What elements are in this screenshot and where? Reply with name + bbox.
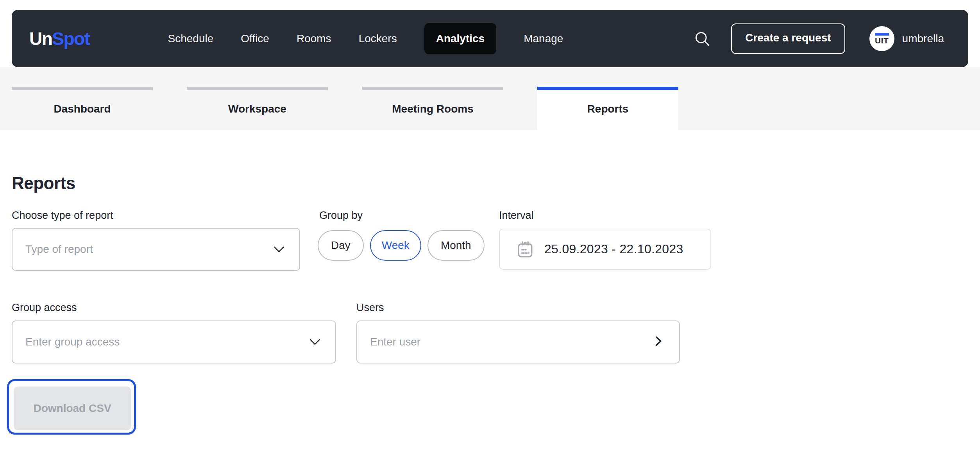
main-nav-menu: Schedule Office Rooms Lockers Analytics …: [168, 23, 563, 54]
nav-item-manage[interactable]: Manage: [524, 32, 563, 45]
group-by-label: Group by: [319, 209, 363, 222]
users-label: Users: [356, 302, 384, 314]
group-access-select[interactable]: [12, 320, 336, 363]
top-navbar: UnSpot Schedule Office Rooms Lockers Ana…: [12, 10, 968, 67]
report-type-select[interactable]: [12, 228, 300, 271]
analytics-tabstrip: Dashboard Workspace Meeting Rooms Report…: [0, 67, 980, 130]
page-title: Reports: [12, 174, 75, 193]
nav-item-schedule[interactable]: Schedule: [168, 32, 214, 45]
tab-reports[interactable]: Reports: [537, 87, 678, 130]
group-by-option-week[interactable]: Week: [370, 230, 421, 261]
unspot-logo[interactable]: UnSpot: [29, 28, 90, 49]
users-select[interactable]: [356, 320, 680, 363]
chevron-down-icon: [307, 334, 323, 350]
report-type-label: Choose type of report: [12, 209, 113, 222]
tab-meeting-rooms[interactable]: Meeting Rooms: [362, 87, 503, 130]
interval-value: 25.09.2023 - 22.10.2023: [544, 242, 683, 256]
tab-workspace-label: Workspace: [228, 103, 286, 115]
avatar-logo-bar: [875, 33, 889, 36]
username-label: umbrella: [902, 32, 944, 45]
nav-item-analytics[interactable]: Analytics: [424, 23, 497, 54]
download-csv-button[interactable]: Download CSV: [14, 387, 131, 430]
search-icon[interactable]: [694, 30, 711, 47]
tab-dashboard[interactable]: Dashboard: [12, 87, 153, 130]
interval-label: Interval: [499, 209, 534, 222]
tab-dashboard-label: Dashboard: [54, 103, 111, 115]
tab-workspace[interactable]: Workspace: [187, 87, 328, 130]
group-by-option-day[interactable]: Day: [318, 230, 364, 261]
group-access-input[interactable]: [13, 336, 307, 348]
nav-item-lockers[interactable]: Lockers: [359, 32, 397, 45]
group-access-label: Group access: [12, 302, 77, 314]
nav-item-office[interactable]: Office: [241, 32, 269, 45]
chevron-right-icon: [651, 334, 667, 350]
tab-reports-label: Reports: [587, 103, 629, 115]
download-button-focus-ring: Download CSV: [7, 379, 136, 435]
avatar-initials: UIT: [875, 36, 889, 45]
navbar-right-group: Create a request UIT umbrella: [694, 23, 944, 54]
create-request-button[interactable]: Create a request: [731, 23, 845, 54]
group-by-option-month[interactable]: Month: [427, 230, 485, 261]
report-type-input[interactable]: [13, 243, 271, 256]
tab-meeting-rooms-label: Meeting Rooms: [392, 103, 473, 115]
logo-part-secondary: Spot: [52, 29, 89, 49]
nav-item-rooms[interactable]: Rooms: [297, 32, 331, 45]
interval-date-range-picker[interactable]: 25.09.2023 - 22.10.2023: [499, 229, 711, 270]
avatar[interactable]: UIT: [869, 26, 894, 51]
group-by-segmented-control: Day Week Month: [318, 230, 485, 261]
chevron-down-icon: [271, 242, 287, 257]
logo-part-primary: Un: [29, 29, 52, 49]
calendar-icon: [515, 239, 535, 260]
users-input[interactable]: [357, 336, 651, 348]
